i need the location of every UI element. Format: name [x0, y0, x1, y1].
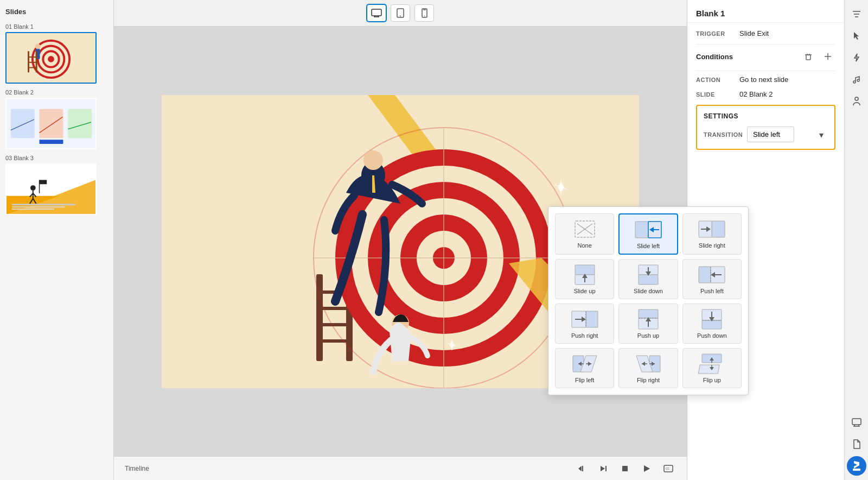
slide-label-1: 01 Blank 1 — [5, 23, 108, 30]
timeline-label: Timeline — [125, 465, 149, 472]
file-icon-button[interactable] — [847, 434, 866, 454]
slide-right-label: Slide right — [699, 242, 725, 249]
cursor-icon-button[interactable] — [847, 26, 866, 46]
play-button[interactable] — [639, 461, 654, 476]
transition-select[interactable]: Slide left Slide right Slide up Slide do… — [747, 127, 794, 142]
rewind-button[interactable] — [574, 461, 589, 476]
stop-button[interactable] — [617, 461, 633, 476]
monitor-icon-button[interactable] — [847, 413, 866, 432]
mobile-view-button[interactable] — [414, 4, 434, 22]
sidebar-icons — [844, 0, 868, 480]
flip-right-label: Flip right — [637, 377, 660, 383]
divider-1 — [696, 44, 835, 45]
svg-rect-48 — [316, 323, 353, 326]
svg-rect-9 — [28, 56, 37, 58]
captions-button[interactable]: CC — [661, 461, 676, 476]
slide-left-label: Slide left — [637, 243, 660, 249]
svg-rect-30 — [40, 180, 47, 184]
transition-push-down[interactable]: Push down — [682, 304, 742, 344]
transition-none[interactable]: None — [555, 213, 614, 255]
slide-left-icon — [634, 219, 662, 241]
slide-label-2: 02 Blank 2 — [5, 89, 108, 96]
svg-rect-69 — [622, 466, 628, 471]
timeline-bar: Timeline — [114, 456, 687, 480]
panel-title: Blank 1 — [696, 9, 835, 18]
push-right-label: Push right — [571, 332, 598, 339]
push-up-icon — [634, 308, 662, 330]
music-icon-button[interactable] — [847, 70, 866, 89]
svg-rect-83 — [852, 419, 861, 425]
mobile-icon — [422, 8, 427, 18]
slides-panel-title: Slides — [5, 5, 108, 18]
desktop-view-button[interactable] — [367, 4, 386, 22]
transition-flip-left[interactable]: Flip left — [555, 348, 614, 388]
slide-label-3: 03 Blank 3 — [5, 155, 108, 161]
svg-point-4 — [48, 56, 54, 62]
flip-up-icon — [698, 353, 726, 375]
svg-marker-140 — [699, 365, 720, 374]
view-toolbar — [114, 0, 687, 27]
filter-icon-button[interactable] — [847, 4, 866, 24]
step-forward-button[interactable] — [596, 461, 611, 476]
transition-push-up[interactable]: Push up — [618, 304, 678, 344]
transition-slide-right[interactable]: Slide right — [682, 213, 742, 255]
share-icon-button[interactable] — [847, 456, 866, 476]
svg-rect-91 — [635, 222, 648, 238]
svg-rect-13 — [11, 109, 35, 138]
tablet-view-button[interactable] — [391, 4, 410, 22]
plus-icon — [824, 52, 832, 61]
person-icon-button[interactable] — [847, 91, 866, 111]
slide-item-3[interactable]: 03 Blank 3 — [5, 155, 108, 215]
transition-flip-right[interactable]: Flip right — [618, 348, 678, 388]
flip-up-label: Flip up — [703, 377, 721, 383]
push-down-label: Push down — [697, 332, 726, 339]
svg-rect-10 — [28, 62, 37, 63]
push-right-icon — [571, 308, 599, 330]
flip-left-icon — [571, 353, 599, 375]
svg-rect-73 — [806, 55, 810, 60]
svg-point-39 — [400, 16, 401, 17]
slide-thumb-3[interactable] — [5, 163, 97, 215]
svg-rect-11 — [28, 67, 37, 68]
cursor-icon — [852, 31, 861, 41]
svg-rect-66 — [582, 466, 583, 471]
conditions-delete-button[interactable] — [801, 49, 816, 64]
slide-1-preview — [7, 32, 95, 84]
music-icon — [852, 74, 861, 84]
transition-slide-up[interactable]: Slide up — [555, 259, 614, 299]
svg-rect-99 — [575, 265, 595, 275]
slide-thumb-1[interactable] — [5, 32, 97, 84]
svg-point-41 — [424, 16, 425, 17]
slide-item-2[interactable]: 02 Blank 2 — [5, 89, 108, 149]
slide-thumb-2[interactable] — [5, 98, 97, 149]
trigger-value: Slide Exit — [739, 29, 769, 37]
monitor-icon — [852, 418, 861, 427]
svg-rect-123 — [702, 320, 722, 329]
conditions-add-button[interactable] — [820, 49, 835, 64]
step-forward-icon — [599, 464, 608, 473]
transition-flip-up[interactable]: Flip up — [682, 348, 742, 388]
action-label: ACTION — [696, 77, 739, 83]
slide-up-label: Slide up — [574, 288, 596, 294]
svg-point-6 — [35, 44, 41, 49]
transition-slide-left[interactable]: Slide left — [618, 213, 678, 255]
svg-point-82 — [855, 97, 858, 100]
transition-slide-down[interactable]: Slide down — [618, 259, 678, 299]
divider-2 — [696, 71, 835, 71]
transition-label: Transition — [704, 131, 747, 138]
person-icon — [852, 96, 861, 106]
trash-icon — [804, 52, 813, 61]
slide-item-1[interactable]: 01 Blank 1 — [5, 23, 108, 84]
svg-rect-117 — [639, 310, 658, 318]
slide-field-label: SLIDE — [696, 91, 739, 98]
lightning-icon-button[interactable] — [847, 48, 866, 67]
svg-rect-107 — [699, 267, 711, 283]
transition-push-left[interactable]: Push left — [682, 259, 742, 299]
lightning-icon — [852, 53, 861, 62]
svg-rect-87 — [853, 469, 860, 471]
svg-rect-33 — [12, 209, 54, 210]
svg-rect-104 — [639, 275, 658, 285]
svg-rect-34 — [372, 9, 381, 16]
transition-dropdown: None Slide left — [548, 206, 749, 395]
transition-push-right[interactable]: Push right — [555, 304, 614, 344]
